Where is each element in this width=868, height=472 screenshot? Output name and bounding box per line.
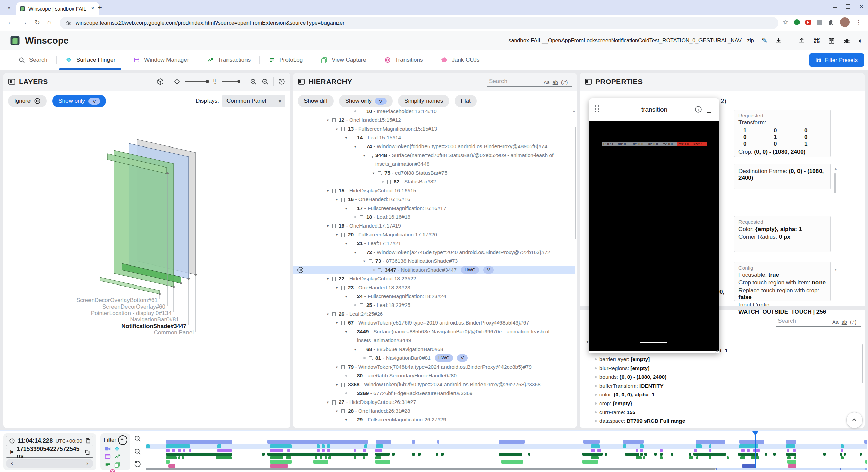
expand-arrow-icon[interactable]: ▼ [363,151,369,160]
trace-entry-segment[interactable] [375,460,391,464]
regex-icon[interactable]: (.*) [561,80,568,85]
trace-entry-segment[interactable] [793,449,796,452]
ignore-chip[interactable]: Ignore [8,95,47,107]
trace-entry-segment[interactable] [844,453,846,456]
hierarchy-row-73[interactable]: ▼73 - 8736138 NotificationShade#73 [293,257,575,266]
trace-entry-segment[interactable] [375,449,382,452]
trace-entry-segment[interactable] [786,440,797,444]
trace-entry-segment[interactable] [864,440,867,444]
timeline-track-transactions[interactable] [146,453,867,456]
property-row-barrierLayer[interactable]: barrierLayer: [empty] [586,355,861,364]
trace-entry-segment[interactable] [528,453,530,456]
trace-entry-segment[interactable] [166,460,170,464]
trace-entry-segment[interactable] [172,449,176,452]
hierarchy-row-19[interactable]: ▼19 - OneHanded:17:17#19 [293,221,575,230]
hierarchy-row-3449[interactable]: ▼3449 - Surface(name=885b63e NavigationB… [293,327,575,345]
visibility-eye-icon[interactable] [297,267,304,273]
hierarchy-search-input[interactable] [488,78,540,85]
url-bar[interactable]: winscope.teams.x20web.corp.google.com/pr… [60,17,778,29]
trace-tab-protolog[interactable]: ProtoLog [260,50,312,70]
trace-entry-segment[interactable] [709,456,712,459]
trace-entry-segment[interactable] [270,444,292,448]
trace-entry-segment[interactable] [364,444,368,448]
expand-arrow-icon[interactable]: ▼ [326,310,332,319]
hierarchy-row-22[interactable]: ▼22 - HideDisplayCutout:18:23#22 [293,274,575,283]
timeline-canvas[interactable] [146,431,867,472]
trace-entry-segment[interactable] [270,460,292,464]
trace-entry-segment[interactable] [317,444,320,448]
trace-entry-segment[interactable] [322,449,325,452]
expand-arrow-icon[interactable]: ▼ [354,142,359,151]
trace-entry-segment[interactable] [270,456,283,459]
trace-entry-segment[interactable] [375,453,390,456]
hierarchy-row-27[interactable]: ▼27 - HideDisplayCutout:26:31#27 [293,398,575,407]
trace-entry-segment[interactable] [787,460,797,464]
trace-entry-segment[interactable] [671,453,673,456]
hierarchy-row-82[interactable]: 82 - StatusBar#82 [293,177,575,186]
chip-show-diff[interactable]: Show diff [298,95,334,107]
timeline-track-screen-recording[interactable] [146,440,867,444]
view-capture-icon[interactable] [114,461,123,468]
trace-entry-segment[interactable] [376,444,383,448]
layer-label[interactable]: NotificationShade#3447 [121,323,186,329]
hierarchy-row-75[interactable]: ▼75 - ed70f88 StatusBar#75 [293,169,575,177]
window-manager-icon[interactable] [104,453,114,460]
hierarchy-row-68[interactable]: ▼68 - 885b63e NavigationBar0#68 [293,345,575,354]
download-icon[interactable] [775,37,783,45]
collapse-panel-icon[interactable] [8,78,16,85]
trace-tab-view-capture[interactable]: View Capture [312,50,375,70]
hierarchy-row-20[interactable]: ▼20 - FullscreenMagnification:17:17#20 [293,230,575,239]
trace-entry-segment[interactable] [262,453,265,456]
trace-entry-segment[interactable] [317,449,320,452]
tab-close-icon[interactable]: × [90,5,96,12]
prev-frame-button[interactable]: ‹ [11,460,13,467]
show-only-v-chip[interactable]: Show only V [52,95,106,107]
scroll-down-icon[interactable]: ▼ [834,268,837,271]
trace-entry-segment[interactable] [441,453,444,456]
timeline-reset-zoom-icon[interactable] [134,460,141,468]
trace-entry-segment[interactable] [392,453,395,456]
hierarchy-row-30[interactable]: 30 - Leaf:26:27#30 [293,424,575,426]
hierarchy-row-12[interactable]: ▼12 - OneHanded:15:15#12 [293,116,575,124]
layer-label[interactable]: PointerLocation - display 0#134 [91,310,172,316]
match-word-icon[interactable]: ab [553,80,558,85]
hierarchy-row-67[interactable]: ▼67 - WindowToken{e5176f9 type=2019 andr… [293,318,575,327]
trace-entry-segment[interactable] [270,464,288,468]
trace-entry-segment[interactable] [354,449,356,452]
expand-arrow-icon[interactable]: ▼ [335,319,341,328]
trace-entry-segment[interactable] [696,440,725,444]
shortcuts-icon[interactable]: ⌘ [813,37,820,45]
info-icon[interactable] [695,106,702,113]
trace-entry-segment[interactable] [740,456,745,459]
hierarchy-row-17[interactable]: ▼17 - FullscreenMagnification:16:16#17 [293,204,575,213]
trace-entry-segment[interactable] [313,460,329,464]
timestamp-field[interactable]: ⚑ 1715339054227572545 ns [6,448,93,458]
expand-arrow-icon[interactable]: ▼ [335,407,341,416]
surface-flinger-icon[interactable] [114,446,123,452]
hierarchy-row-29[interactable]: ▼29 - FullscreenMagnification:26:27#29 [293,415,575,424]
overlay-title-bar[interactable]: transition [589,98,719,121]
collapse-panel-icon[interactable] [298,78,305,85]
trace-entry-segment[interactable] [363,456,365,459]
trace-entry-segment[interactable] [322,444,325,448]
timeline-zoom-scrollbar[interactable] [146,468,867,470]
hierarchy-row-15[interactable]: ▼15 - HideDisplayCutout:16:16#15 [293,186,575,195]
trace-entry-segment[interactable] [267,453,368,456]
trace-entry-segment[interactable] [582,460,598,464]
property-row-blurRegions[interactable]: blurRegions: [empty] [586,364,861,373]
expand-arrow-icon[interactable]: ▼ [335,195,341,204]
trace-entry-segment[interactable] [660,449,662,452]
filter-presets-button[interactable]: Filter Presets [809,53,864,67]
properties-tree-scrollbar[interactable] [862,344,863,383]
copy-icon[interactable] [84,450,90,455]
trace-entry-segment[interactable] [216,456,232,459]
trace-entry-segment[interactable] [605,453,607,456]
trace-entry-segment[interactable] [765,453,767,456]
trace-entry-segment[interactable] [709,444,711,448]
hierarchy-row-79[interactable]: ▼79 - WindowToken{7046b4a type=2024 andr… [293,362,575,371]
transitions-icon[interactable] [109,469,116,472]
trace-entry-segment[interactable] [660,456,662,459]
hierarchy-row-16[interactable]: ▼16 - OneHanded:16:16#16 [293,195,575,204]
hierarchy-row-25[interactable]: 25 - Leaf:18:23#25 [293,301,575,310]
trace-entry-segment[interactable] [636,449,639,452]
